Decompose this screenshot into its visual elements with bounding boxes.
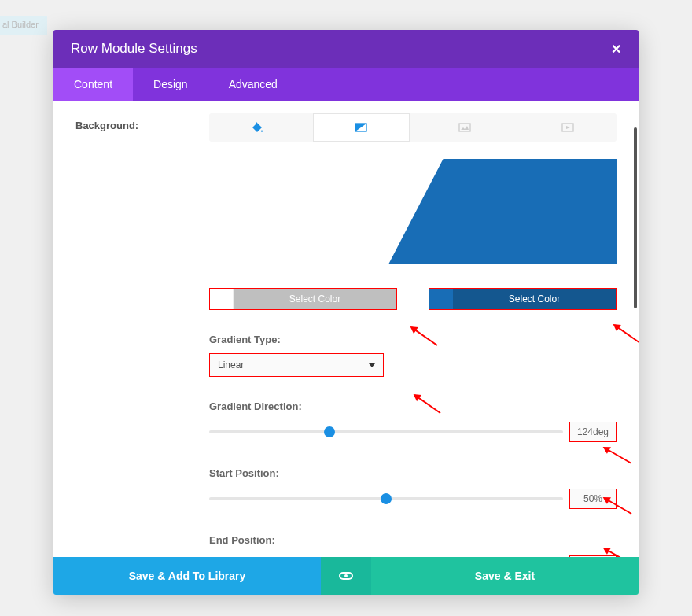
- gradient-icon: [355, 121, 367, 134]
- modal-body: Background:: [53, 101, 639, 557]
- background-label: Background:: [75, 113, 209, 557]
- scrollbar[interactable]: [634, 127, 637, 308]
- paint-bucket-icon: [252, 121, 264, 134]
- start-position-label: Start Position:: [209, 467, 617, 479]
- background-type-tabs: [209, 113, 617, 142]
- tab-bar: Content Design Advanced: [53, 68, 639, 101]
- annotation-arrow: [614, 324, 639, 344]
- end-position-value[interactable]: 50%: [569, 555, 617, 557]
- color-picker-1[interactable]: Select Color: [209, 288, 397, 310]
- bg-tab-image[interactable]: [416, 113, 513, 142]
- preview-button[interactable]: [321, 557, 371, 595]
- tab-content[interactable]: Content: [53, 68, 133, 101]
- image-icon: [458, 121, 471, 134]
- tab-advanced[interactable]: Advanced: [208, 68, 298, 101]
- video-icon: [561, 121, 574, 134]
- slider-thumb[interactable]: [381, 493, 392, 504]
- gradient-type-label: Gradient Type:: [209, 334, 617, 345]
- modal-title: Row Module Settings: [71, 41, 197, 57]
- tab-design[interactable]: Design: [133, 68, 208, 101]
- slider-thumb[interactable]: [324, 426, 335, 437]
- modal-footer: Save & Add To Library Save & Exit: [53, 557, 639, 595]
- close-button[interactable]: ✕: [611, 42, 621, 57]
- chevron-down-icon: [369, 363, 375, 367]
- bg-tab-color[interactable]: [209, 113, 307, 142]
- end-position-label: End Position:: [209, 534, 617, 546]
- gradient-direction-value[interactable]: 124deg: [569, 422, 617, 442]
- select-color-btn-2[interactable]: Select Color: [453, 289, 616, 309]
- start-position-slider[interactable]: [209, 497, 563, 500]
- save-add-library-button[interactable]: Save & Add To Library: [53, 557, 321, 595]
- select-color-btn-1[interactable]: Select Color: [234, 289, 396, 309]
- eye-icon: [339, 572, 353, 580]
- bg-tab-video[interactable]: [520, 113, 617, 142]
- save-exit-button[interactable]: Save & Exit: [371, 557, 639, 595]
- gradient-preview: [209, 159, 617, 264]
- svg-rect-1: [459, 124, 470, 131]
- color-picker-2[interactable]: Select Color: [429, 288, 617, 310]
- bg-snippet: al Builder: [0, 16, 47, 35]
- preview-shape: [388, 159, 617, 264]
- settings-modal: Row Module Settings ✕ Content Design Adv…: [53, 30, 639, 595]
- gradient-type-select[interactable]: Linear: [209, 353, 384, 377]
- modal-header: Row Module Settings ✕: [53, 30, 639, 68]
- gradient-direction-slider[interactable]: [209, 430, 563, 433]
- swatch-2: [429, 289, 453, 309]
- gradient-direction-label: Gradient Direction:: [209, 400, 617, 412]
- gradient-type-value: Linear: [218, 360, 244, 371]
- bg-tab-gradient[interactable]: [313, 113, 410, 142]
- swatch-1: [210, 289, 234, 309]
